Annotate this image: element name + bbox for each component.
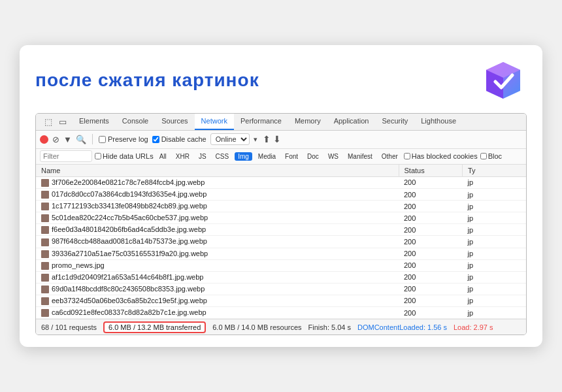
devtools-tabs: ⬚ ▭ Elements Console Sources Network Per… <box>36 114 526 131</box>
row-status: 200 <box>399 283 463 295</box>
network-toolbar: ⊘ ▼ 🔍 Preserve log Disable cache Online … <box>36 131 526 149</box>
table-row[interactable]: 39336a2710a51ae75c035165531f9a20.jpg.web… <box>36 248 526 259</box>
row-status: 200 <box>399 236 463 248</box>
hide-data-urls-label[interactable]: Hide data URLs <box>95 152 154 160</box>
tab-sources[interactable]: Sources <box>155 114 194 130</box>
row-status: 200 <box>399 176 463 188</box>
filter-type-xhr[interactable]: XHR <box>173 152 193 161</box>
disable-cache-label[interactable]: Disable cache <box>152 135 207 143</box>
devtools-icon-buttons: ⬚ ▭ <box>39 116 73 127</box>
row-name-cell: ca6cd0921e8fec08337c8d82a82b7c1e.jpg.web… <box>36 306 399 318</box>
row-filename: 39336a2710a51ae75c035165531f9a20.jpg.web… <box>52 250 208 257</box>
filter-type-img[interactable]: Img <box>235 152 252 161</box>
table-row[interactable]: ca6cd0921e8fec08337c8d82a82b7c1e.jpg.web… <box>36 306 526 318</box>
row-filename: eeb37324d50a06be03c6a85b2cc19e5f.jpg.web… <box>52 297 207 304</box>
throttle-arrow: ▾ <box>254 135 257 144</box>
tab-lighthouse[interactable]: Lighthouse <box>414 114 463 130</box>
row-type: jp <box>463 306 527 318</box>
file-icon <box>41 262 49 270</box>
filter-input[interactable] <box>40 150 92 162</box>
network-table: Name Status Ty 3f706e2e20084e0821c78c7e8… <box>36 165 526 319</box>
filter-type-manifest[interactable]: Manifest <box>344 152 376 161</box>
row-type: jp <box>463 212 527 224</box>
table-row[interactable]: 5c01dea820c224cc7b5b45ac60cbe537.jpg.web… <box>36 212 526 224</box>
col-type[interactable]: Ty <box>463 165 527 177</box>
transferred-size: 6.0 MB / 13.2 MB transferred <box>103 321 206 333</box>
row-status: 200 <box>399 271 463 283</box>
device-icon[interactable]: ▭ <box>57 116 69 127</box>
network-table-container: Name Status Ty 3f706e2e20084e0821c78c7e8… <box>36 165 526 319</box>
col-status[interactable]: Status <box>399 165 463 177</box>
table-row[interactable]: 017dc8d0cc07a3864cdb1943fd3635e4.jpg.web… <box>36 189 526 201</box>
tab-security[interactable]: Security <box>375 114 414 130</box>
tab-performance[interactable]: Performance <box>234 114 288 130</box>
filter-type-css[interactable]: CSS <box>212 152 233 161</box>
row-type: jp <box>463 201 527 212</box>
row-type: jp <box>463 248 527 259</box>
table-body: 3f706e2e20084e0821c78c7e884fccb4.jpg.web… <box>36 176 526 318</box>
row-status: 200 <box>399 224 463 236</box>
row-type: jp <box>463 271 527 283</box>
file-icon <box>41 214 49 222</box>
table-row[interactable]: eeb37324d50a06be03c6a85b2cc19e5f.jpg.web… <box>36 295 526 306</box>
logo-icon <box>480 57 527 104</box>
filter-type-font[interactable]: Font <box>282 152 301 161</box>
file-icon <box>41 179 49 187</box>
table-row[interactable]: 987f648ccb488aad0081c8a14b75373e.jpg.web… <box>36 236 526 248</box>
row-type: jp <box>463 236 527 248</box>
row-status: 200 <box>399 295 463 306</box>
tab-elements[interactable]: Elements <box>73 114 116 130</box>
preserve-log-label[interactable]: Preserve log <box>99 135 148 143</box>
filter-type-doc[interactable]: Doc <box>304 152 322 161</box>
table-row[interactable]: f6ee0d3a48018420b6fb6ad4ca5ddb3e.jpg.web… <box>36 224 526 236</box>
row-filename: 3f706e2e20084e0821c78c7e884fccb4.jpg.web… <box>52 178 205 186</box>
row-name-cell: 017dc8d0cc07a3864cdb1943fd3635e4.jpg.web… <box>36 189 399 201</box>
table-row[interactable]: 3f706e2e20084e0821c78c7e884fccb4.jpg.web… <box>36 176 526 188</box>
preserve-log-checkbox[interactable] <box>99 136 106 143</box>
file-icon <box>41 226 49 234</box>
has-blocked-cookies-checkbox[interactable] <box>404 153 410 159</box>
filter-type-media[interactable]: Media <box>255 152 279 161</box>
table-row[interactable]: 69d0a1f48bcddf8c80c2436508bc8353.jpg.web… <box>36 283 526 295</box>
clear-icon[interactable]: ⊘ <box>52 135 59 144</box>
col-name[interactable]: Name <box>36 165 399 177</box>
row-filename: promo_news.jpg <box>52 261 105 269</box>
import-icon[interactable]: ⬆ <box>263 134 271 144</box>
record-button[interactable] <box>40 135 48 144</box>
requests-count: 68 / 101 requests <box>41 323 97 331</box>
file-icon <box>41 309 49 317</box>
throttle-select[interactable]: Online <box>210 133 250 145</box>
tab-application[interactable]: Application <box>327 114 376 130</box>
table-row[interactable]: promo_news.jpg200jp <box>36 259 526 271</box>
has-blocked-cookies-label[interactable]: Has blocked cookies <box>404 152 478 160</box>
row-filename: f6ee0d3a48018420b6fb6ad4ca5ddb3e.jpg.web… <box>52 225 206 233</box>
filter-type-all[interactable]: All <box>156 152 170 161</box>
main-card: после сжатия картинок ⬚ ▭ Element <box>20 45 542 347</box>
file-icon <box>41 238 49 246</box>
inspect-icon[interactable]: ⬚ <box>42 116 54 127</box>
row-name-cell: 5c01dea820c224cc7b5b45ac60cbe537.jpg.web… <box>36 212 399 224</box>
table-row[interactable]: 1c17712193cb33413fe0849bb824cb89.jpg.web… <box>36 201 526 212</box>
row-status: 200 <box>399 201 463 212</box>
file-icon <box>41 191 49 199</box>
tab-network[interactable]: Network <box>195 114 234 130</box>
disable-cache-checkbox[interactable] <box>152 136 159 143</box>
hide-data-urls-checkbox[interactable] <box>95 153 101 159</box>
file-icon <box>41 203 49 210</box>
blocked-checkbox[interactable] <box>480 153 487 159</box>
row-filename: 69d0a1f48bcddf8c80c2436508bc8353.jpg.web… <box>52 285 205 293</box>
filter-type-other[interactable]: Other <box>378 152 401 161</box>
filter-icon[interactable]: ▼ <box>63 135 72 144</box>
header-row: после сжатия картинок <box>35 57 527 104</box>
tab-memory[interactable]: Memory <box>288 114 327 130</box>
tab-console[interactable]: Console <box>116 114 155 130</box>
filter-type-ws[interactable]: WS <box>325 152 342 161</box>
row-name-cell: 69d0a1f48bcddf8c80c2436508bc8353.jpg.web… <box>36 283 399 295</box>
table-row[interactable]: af1c1d9d20409f21a653a5144c64b8f1.jpg.web… <box>36 271 526 283</box>
search-icon[interactable]: 🔍 <box>76 135 86 144</box>
export-icon[interactable]: ⬇ <box>273 134 281 144</box>
page-title: после сжатия картинок <box>35 70 259 91</box>
row-type: jp <box>463 259 527 271</box>
filter-type-js[interactable]: JS <box>195 152 210 161</box>
blocked-label[interactable]: Bloc <box>480 152 502 160</box>
